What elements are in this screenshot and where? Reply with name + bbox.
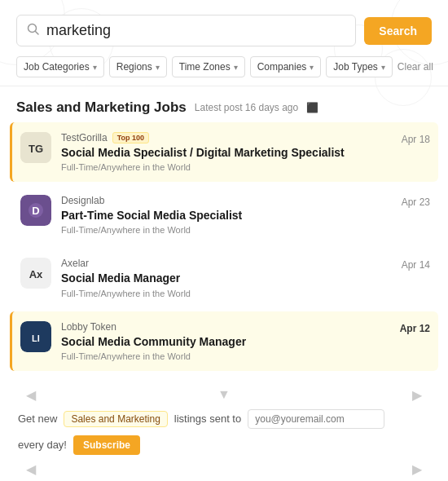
subscribe-button[interactable]: Subscribe xyxy=(73,435,140,455)
rss-icon: ⬛ xyxy=(306,102,318,113)
filter-bar: Job Categories ▾ Regions ▾ Time Zones ▾ … xyxy=(0,56,448,86)
newsletter-listings-sent-to: listings sent to xyxy=(174,413,241,425)
top-arrows: ◀ ▼ ▶ xyxy=(18,387,430,403)
filter-label: Companies xyxy=(257,61,307,73)
job-item[interactable]: LI Lobby Token Social Media Community Ma… xyxy=(10,311,438,371)
company-name: Axelar xyxy=(61,258,89,269)
company-name: Designlab xyxy=(61,195,104,206)
svg-text:TG: TG xyxy=(29,143,43,155)
company-row: Designlab xyxy=(61,195,392,206)
left-arrow-icon: ◀ xyxy=(26,387,36,403)
job-type: Full-Time/Anywhere in the World xyxy=(61,162,392,172)
chevron-down-icon: ▾ xyxy=(93,63,97,72)
company-row: Axelar xyxy=(61,258,392,269)
section-meta: Latest post 16 days ago xyxy=(195,102,298,113)
right-arrow-icon: ▶ xyxy=(412,461,422,477)
svg-text:D: D xyxy=(32,205,39,217)
job-info: Designlab Part-Time Social Media Special… xyxy=(61,195,392,235)
newsletter-get-new: Get new xyxy=(18,413,57,425)
down-arrow-icon: ▼ xyxy=(217,387,231,403)
search-icon xyxy=(27,23,40,39)
filter-label: Time Zones xyxy=(179,61,231,73)
search-button[interactable]: Search xyxy=(364,17,432,45)
job-date: Apr 23 xyxy=(402,196,430,208)
job-type: Full-Time/Anywhere in the World xyxy=(61,351,390,361)
job-info: Lobby Token Social Media Community Manag… xyxy=(61,321,390,361)
search-box xyxy=(16,15,356,46)
company-row: TestGorilla Top 100 xyxy=(61,132,392,143)
filter-time-zones[interactable]: Time Zones ▾ xyxy=(172,56,245,77)
job-title: Social Media Community Manager xyxy=(61,334,390,349)
filter-label: Job Categories xyxy=(24,61,90,73)
clear-all-button[interactable]: Clear all xyxy=(397,61,433,73)
company-name: TestGorilla xyxy=(61,132,108,143)
job-title: Part-Time Social Media Specialist xyxy=(61,208,392,223)
filter-regions[interactable]: Regions ▾ xyxy=(109,56,167,77)
filter-label: Job Types xyxy=(333,61,377,73)
bottom-arrows: ◀ ▶ xyxy=(18,461,430,477)
newsletter-email-input[interactable] xyxy=(248,409,384,429)
right-arrow-icon: ▶ xyxy=(412,387,422,403)
job-date: Apr 14 xyxy=(402,259,430,271)
job-type: Full-Time/Anywhere in the World xyxy=(61,225,392,235)
company-logo: LI xyxy=(20,321,51,352)
left-arrow-icon: ◀ xyxy=(26,461,36,477)
company-logo: Ax xyxy=(20,258,51,289)
job-date: Apr 12 xyxy=(400,323,430,334)
job-item[interactable]: D Designlab Part-Time Social Media Speci… xyxy=(10,185,438,245)
job-type: Full-Time/Anywhere in the World xyxy=(61,289,392,298)
job-title: Social Media Manager xyxy=(61,271,392,285)
filter-label: Regions xyxy=(116,61,152,73)
filter-job-types[interactable]: Job Types ▾ xyxy=(326,56,392,77)
filter-job-categories[interactable]: Job Categories ▾ xyxy=(16,56,104,77)
newsletter-section: ◀ ▼ ▶ Get new Sales and Marketing listin… xyxy=(10,377,438,481)
search-input[interactable] xyxy=(46,22,345,39)
job-date: Apr 18 xyxy=(402,134,430,145)
company-logo: TG xyxy=(20,132,51,163)
svg-text:Ax: Ax xyxy=(29,268,43,280)
svg-line-1 xyxy=(36,31,39,34)
company-name: Lobby Token xyxy=(61,321,116,333)
chevron-down-icon: ▾ xyxy=(310,63,314,72)
company-logo: D xyxy=(20,195,51,226)
newsletter-tag: Sales and Marketing xyxy=(64,411,167,427)
newsletter-everyday: every day! xyxy=(18,439,67,451)
chevron-down-icon: ▾ xyxy=(381,63,385,72)
jobs-list: TG TestGorilla Top 100 Social Media Spec… xyxy=(0,122,448,371)
svg-text:LI: LI xyxy=(32,333,40,343)
job-title: Social Media Specialist / Digital Market… xyxy=(61,145,392,160)
section-title: Sales and Marketing Jobs xyxy=(16,99,187,116)
company-row: Lobby Token xyxy=(61,321,390,333)
section-header: Sales and Marketing Jobs Latest post 16 … xyxy=(0,86,448,122)
filter-companies[interactable]: Companies ▾ xyxy=(250,56,322,77)
search-section: Search xyxy=(0,0,448,56)
chevron-down-icon: ▾ xyxy=(234,63,238,72)
chevron-down-icon: ▾ xyxy=(156,63,160,72)
newsletter-row: Get new Sales and Marketing listings sen… xyxy=(18,409,430,455)
job-info: Axelar Social Media Manager Full-Time/An… xyxy=(61,258,392,298)
top100-badge: Top 100 xyxy=(112,132,149,143)
job-info: TestGorilla Top 100 Social Media Special… xyxy=(61,132,392,172)
job-item[interactable]: TG TestGorilla Top 100 Social Media Spec… xyxy=(10,122,438,182)
job-item[interactable]: Ax Axelar Social Media Manager Full-Time… xyxy=(10,248,438,307)
